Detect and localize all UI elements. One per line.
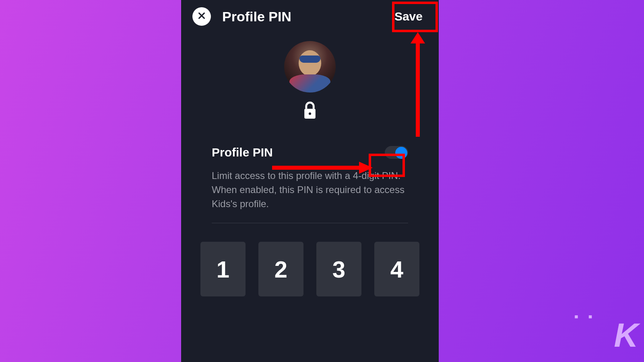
panel-header: Profile PIN Save xyxy=(181,0,439,33)
divider xyxy=(212,223,408,223)
profile-avatar[interactable] xyxy=(284,41,336,93)
close-icon xyxy=(197,11,206,22)
content-area: Profile PIN Limit access to this profile… xyxy=(181,121,439,223)
svg-point-1 xyxy=(309,113,311,115)
pin-digit-4[interactable]: 4 xyxy=(374,242,419,296)
pin-digit-1[interactable]: 1 xyxy=(200,242,246,296)
pin-input-row: 1 2 3 4 xyxy=(181,242,439,296)
profile-pin-row: Profile PIN xyxy=(212,146,408,159)
page-title: Profile PIN xyxy=(222,9,291,25)
avatar-section xyxy=(181,41,439,121)
save-button[interactable]: Save xyxy=(390,7,427,26)
pin-digit-3[interactable]: 3 xyxy=(316,242,361,296)
settings-panel: Profile PIN Save Profile PIN Limit acces… xyxy=(181,0,439,362)
close-button[interactable] xyxy=(192,7,211,26)
profile-pin-toggle[interactable] xyxy=(385,146,408,159)
profile-pin-description: Limit access to this profile with a 4-di… xyxy=(212,169,408,211)
watermark-logo: K xyxy=(614,316,637,355)
toggle-knob xyxy=(395,147,407,159)
lock-icon xyxy=(302,101,318,121)
watermark-dots-icon: ▪ ▪ xyxy=(574,310,596,323)
pin-digit-2[interactable]: 2 xyxy=(258,242,303,296)
profile-pin-label: Profile PIN xyxy=(212,146,273,159)
